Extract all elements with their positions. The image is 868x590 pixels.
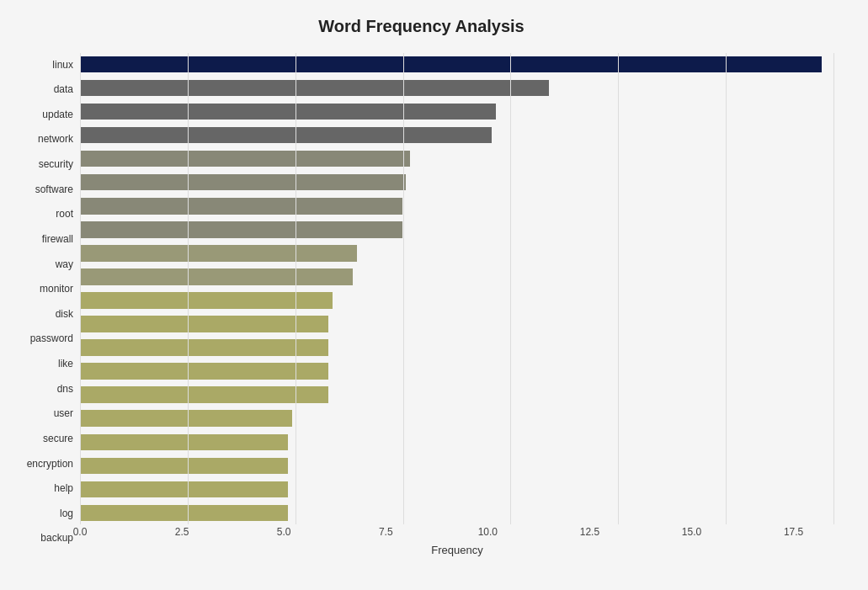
- y-label: secure: [43, 427, 73, 449]
- y-axis: linuxdataupdatenetworksecuritysoftwarero…: [8, 53, 80, 550]
- x-tick: 5.0: [267, 526, 301, 538]
- y-label: root: [56, 203, 73, 226]
- y-label: way: [56, 252, 73, 275]
- y-label: dns: [57, 377, 73, 400]
- grid-lines: [80, 53, 834, 524]
- grid-line: [296, 53, 296, 524]
- grid-line: [80, 53, 81, 524]
- x-tick: 17.5: [777, 526, 811, 538]
- y-label: monitor: [40, 278, 73, 300]
- y-label: like: [58, 353, 73, 375]
- y-label: linux: [52, 53, 73, 76]
- y-label: security: [39, 153, 73, 176]
- plot-area: 0.02.55.07.510.012.515.017.5 Frequency: [80, 53, 834, 550]
- grid-line: [510, 53, 511, 524]
- chart-area: linuxdataupdatenetworksecuritysoftwarero…: [8, 53, 834, 550]
- chart-title: Word Frequency Analysis: [8, 17, 834, 36]
- x-tick: 0.0: [63, 526, 97, 538]
- y-label: password: [30, 327, 73, 350]
- y-label: log: [60, 502, 73, 524]
- x-tick: 7.5: [369, 526, 402, 538]
- x-axis-label: Frequency: [431, 544, 482, 556]
- y-label: update: [42, 103, 73, 125]
- x-tick: 2.5: [165, 526, 199, 538]
- y-label: disk: [56, 302, 73, 325]
- grid-line: [618, 53, 619, 524]
- y-label: help: [54, 477, 73, 500]
- x-tick: 15.0: [674, 526, 708, 538]
- y-label: software: [35, 178, 73, 200]
- chart-container: Word Frequency Analysis linuxdataupdaten…: [0, 0, 868, 590]
- y-label: firewall: [42, 227, 73, 250]
- y-label: encryption: [27, 452, 73, 475]
- grid-line: [833, 53, 834, 524]
- y-label: network: [38, 128, 73, 151]
- grid-line: [726, 53, 727, 524]
- y-label: user: [54, 402, 73, 425]
- grid-line: [403, 53, 404, 524]
- x-tick: 10.0: [471, 526, 504, 538]
- y-label: data: [54, 78, 73, 101]
- x-tick: 12.5: [572, 526, 606, 538]
- grid-line: [188, 53, 189, 524]
